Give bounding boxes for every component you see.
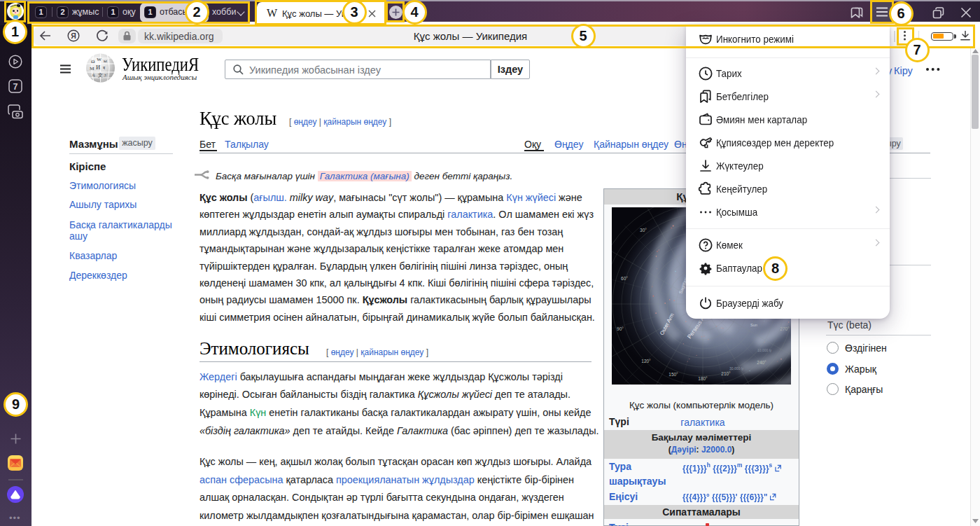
svg-text:И: И — [96, 64, 101, 71]
svg-text:180°: 180° — [698, 376, 708, 381]
svg-text:ы: ы — [104, 59, 107, 63]
svg-text:10,000 ly: 10,000 ly — [757, 348, 772, 352]
svg-text:270°: 270° — [780, 326, 790, 331]
svg-text:Ω: Ω — [91, 59, 95, 64]
svg-text:Sun: Sun — [750, 323, 757, 327]
svg-text:60°: 60° — [621, 276, 628, 281]
svg-text:30,000 ly: 30,000 ly — [729, 366, 744, 371]
svg-text:7: 7 — [13, 82, 18, 92]
svg-text:120°: 120° — [641, 359, 651, 364]
svg-text:М: М — [90, 66, 94, 71]
svg-text:30°: 30° — [640, 228, 647, 233]
svg-text:W: W — [97, 57, 102, 62]
svg-text:ή: ή — [92, 72, 95, 77]
svg-text:210°: 210° — [721, 371, 731, 376]
svg-text:150°: 150° — [668, 372, 678, 377]
svg-text:240°: 240° — [757, 360, 766, 365]
svg-text:90°: 90° — [617, 326, 624, 331]
